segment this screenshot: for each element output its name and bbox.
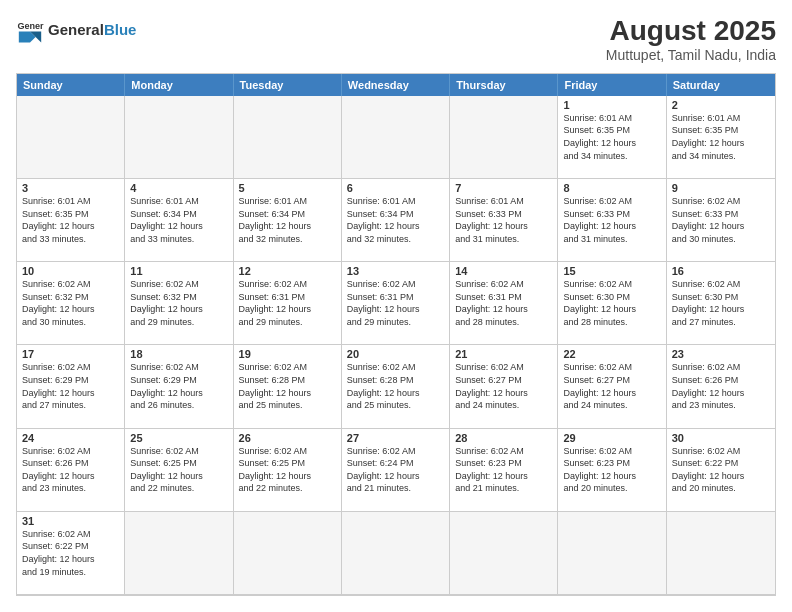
calendar-cell: [342, 512, 450, 595]
day-info: Sunrise: 6:02 AM Sunset: 6:32 PM Dayligh…: [130, 278, 227, 328]
title-block: August 2025 Muttupet, Tamil Nadu, India: [606, 16, 776, 63]
weekday-header: Wednesday: [342, 74, 450, 96]
day-info: Sunrise: 6:01 AM Sunset: 6:35 PM Dayligh…: [672, 112, 770, 162]
calendar-cell: 22Sunrise: 6:02 AM Sunset: 6:27 PM Dayli…: [558, 345, 666, 428]
calendar-cell: [125, 96, 233, 179]
calendar-body: 1Sunrise: 6:01 AM Sunset: 6:35 PM Daylig…: [17, 96, 775, 595]
calendar-cell: [558, 512, 666, 595]
day-number: 18: [130, 348, 227, 360]
day-info: Sunrise: 6:01 AM Sunset: 6:35 PM Dayligh…: [22, 195, 119, 245]
calendar-cell: 5Sunrise: 6:01 AM Sunset: 6:34 PM Daylig…: [234, 179, 342, 262]
calendar-subtitle: Muttupet, Tamil Nadu, India: [606, 47, 776, 63]
calendar-cell: 2Sunrise: 6:01 AM Sunset: 6:35 PM Daylig…: [667, 96, 775, 179]
day-info: Sunrise: 6:02 AM Sunset: 6:32 PM Dayligh…: [22, 278, 119, 328]
calendar-cell: 20Sunrise: 6:02 AM Sunset: 6:28 PM Dayli…: [342, 345, 450, 428]
weekday-header: Tuesday: [234, 74, 342, 96]
day-info: Sunrise: 6:02 AM Sunset: 6:26 PM Dayligh…: [672, 361, 770, 411]
day-info: Sunrise: 6:02 AM Sunset: 6:28 PM Dayligh…: [239, 361, 336, 411]
calendar-cell: 25Sunrise: 6:02 AM Sunset: 6:25 PM Dayli…: [125, 429, 233, 512]
day-info: Sunrise: 6:02 AM Sunset: 6:29 PM Dayligh…: [130, 361, 227, 411]
day-number: 19: [239, 348, 336, 360]
day-number: 28: [455, 432, 552, 444]
calendar: SundayMondayTuesdayWednesdayThursdayFrid…: [16, 73, 776, 596]
day-number: 2: [672, 99, 770, 111]
calendar-cell: 23Sunrise: 6:02 AM Sunset: 6:26 PM Dayli…: [667, 345, 775, 428]
calendar-cell: 6Sunrise: 6:01 AM Sunset: 6:34 PM Daylig…: [342, 179, 450, 262]
logo-text: GeneralBlue: [48, 22, 136, 39]
day-number: 3: [22, 182, 119, 194]
day-info: Sunrise: 6:02 AM Sunset: 6:33 PM Dayligh…: [672, 195, 770, 245]
day-number: 27: [347, 432, 444, 444]
day-number: 14: [455, 265, 552, 277]
calendar-cell: 4Sunrise: 6:01 AM Sunset: 6:34 PM Daylig…: [125, 179, 233, 262]
logo: General GeneralBlue: [16, 16, 136, 44]
weekday-header: Friday: [558, 74, 666, 96]
calendar-cell: 16Sunrise: 6:02 AM Sunset: 6:30 PM Dayli…: [667, 262, 775, 345]
calendar-cell: [450, 512, 558, 595]
calendar-cell: 10Sunrise: 6:02 AM Sunset: 6:32 PM Dayli…: [17, 262, 125, 345]
day-number: 22: [563, 348, 660, 360]
day-number: 15: [563, 265, 660, 277]
calendar-cell: [17, 96, 125, 179]
calendar-cell: 15Sunrise: 6:02 AM Sunset: 6:30 PM Dayli…: [558, 262, 666, 345]
calendar-cell: 18Sunrise: 6:02 AM Sunset: 6:29 PM Dayli…: [125, 345, 233, 428]
day-info: Sunrise: 6:02 AM Sunset: 6:27 PM Dayligh…: [563, 361, 660, 411]
day-number: 17: [22, 348, 119, 360]
day-info: Sunrise: 6:01 AM Sunset: 6:35 PM Dayligh…: [563, 112, 660, 162]
calendar-cell: 26Sunrise: 6:02 AM Sunset: 6:25 PM Dayli…: [234, 429, 342, 512]
calendar-cell: 31Sunrise: 6:02 AM Sunset: 6:22 PM Dayli…: [17, 512, 125, 595]
day-info: Sunrise: 6:02 AM Sunset: 6:25 PM Dayligh…: [130, 445, 227, 495]
weekday-header: Thursday: [450, 74, 558, 96]
calendar-cell: 14Sunrise: 6:02 AM Sunset: 6:31 PM Dayli…: [450, 262, 558, 345]
day-number: 30: [672, 432, 770, 444]
generalblue-icon: General: [16, 16, 44, 44]
calendar-cell: 21Sunrise: 6:02 AM Sunset: 6:27 PM Dayli…: [450, 345, 558, 428]
calendar-cell: 3Sunrise: 6:01 AM Sunset: 6:35 PM Daylig…: [17, 179, 125, 262]
day-info: Sunrise: 6:02 AM Sunset: 6:25 PM Dayligh…: [239, 445, 336, 495]
day-info: Sunrise: 6:02 AM Sunset: 6:31 PM Dayligh…: [455, 278, 552, 328]
calendar-cell: [234, 512, 342, 595]
day-info: Sunrise: 6:02 AM Sunset: 6:33 PM Dayligh…: [563, 195, 660, 245]
calendar-cell: 27Sunrise: 6:02 AM Sunset: 6:24 PM Dayli…: [342, 429, 450, 512]
calendar-cell: 7Sunrise: 6:01 AM Sunset: 6:33 PM Daylig…: [450, 179, 558, 262]
day-info: Sunrise: 6:02 AM Sunset: 6:29 PM Dayligh…: [22, 361, 119, 411]
day-number: 6: [347, 182, 444, 194]
weekday-header: Sunday: [17, 74, 125, 96]
calendar-cell: 9Sunrise: 6:02 AM Sunset: 6:33 PM Daylig…: [667, 179, 775, 262]
day-info: Sunrise: 6:01 AM Sunset: 6:34 PM Dayligh…: [239, 195, 336, 245]
day-info: Sunrise: 6:02 AM Sunset: 6:31 PM Dayligh…: [239, 278, 336, 328]
day-number: 26: [239, 432, 336, 444]
calendar-cell: 24Sunrise: 6:02 AM Sunset: 6:26 PM Dayli…: [17, 429, 125, 512]
day-info: Sunrise: 6:02 AM Sunset: 6:30 PM Dayligh…: [563, 278, 660, 328]
day-info: Sunrise: 6:02 AM Sunset: 6:22 PM Dayligh…: [672, 445, 770, 495]
day-number: 5: [239, 182, 336, 194]
calendar-cell: 12Sunrise: 6:02 AM Sunset: 6:31 PM Dayli…: [234, 262, 342, 345]
calendar-cell: 8Sunrise: 6:02 AM Sunset: 6:33 PM Daylig…: [558, 179, 666, 262]
day-number: 9: [672, 182, 770, 194]
day-info: Sunrise: 6:02 AM Sunset: 6:24 PM Dayligh…: [347, 445, 444, 495]
calendar-header: SundayMondayTuesdayWednesdayThursdayFrid…: [17, 74, 775, 96]
day-info: Sunrise: 6:02 AM Sunset: 6:23 PM Dayligh…: [455, 445, 552, 495]
day-number: 7: [455, 182, 552, 194]
calendar-cell: 13Sunrise: 6:02 AM Sunset: 6:31 PM Dayli…: [342, 262, 450, 345]
day-info: Sunrise: 6:01 AM Sunset: 6:33 PM Dayligh…: [455, 195, 552, 245]
day-number: 11: [130, 265, 227, 277]
calendar-cell: 19Sunrise: 6:02 AM Sunset: 6:28 PM Dayli…: [234, 345, 342, 428]
page: General GeneralBlue August 2025 Muttupet…: [0, 0, 792, 612]
day-info: Sunrise: 6:02 AM Sunset: 6:30 PM Dayligh…: [672, 278, 770, 328]
calendar-cell: 30Sunrise: 6:02 AM Sunset: 6:22 PM Dayli…: [667, 429, 775, 512]
day-number: 4: [130, 182, 227, 194]
day-info: Sunrise: 6:01 AM Sunset: 6:34 PM Dayligh…: [347, 195, 444, 245]
day-number: 23: [672, 348, 770, 360]
calendar-cell: [667, 512, 775, 595]
day-info: Sunrise: 6:02 AM Sunset: 6:28 PM Dayligh…: [347, 361, 444, 411]
day-number: 24: [22, 432, 119, 444]
calendar-cell: [450, 96, 558, 179]
day-info: Sunrise: 6:02 AM Sunset: 6:27 PM Dayligh…: [455, 361, 552, 411]
svg-text:General: General: [17, 21, 44, 31]
calendar-title: August 2025: [606, 16, 776, 47]
day-number: 1: [563, 99, 660, 111]
day-number: 20: [347, 348, 444, 360]
day-info: Sunrise: 6:02 AM Sunset: 6:31 PM Dayligh…: [347, 278, 444, 328]
day-info: Sunrise: 6:02 AM Sunset: 6:22 PM Dayligh…: [22, 528, 119, 578]
